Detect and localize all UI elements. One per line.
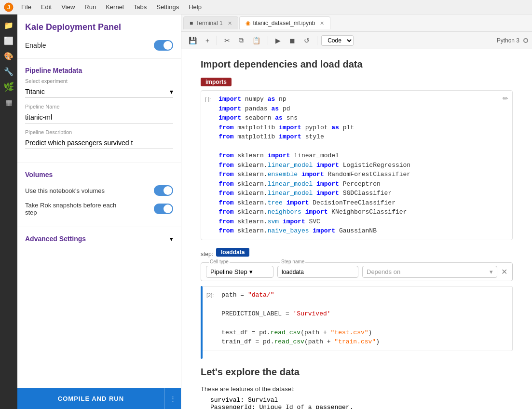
feature-survival: survival: Survival	[210, 396, 513, 404]
sidebar-icon-layers[interactable]: ▦	[2, 95, 15, 109]
rok-snapshots-row: Take Rok snapshots before each step	[25, 199, 173, 219]
imports-code-content: import numpy as np import pandas as pd i…	[213, 91, 499, 240]
pipeline-desc-label: Pipeline Description	[25, 129, 173, 135]
compile-more-button[interactable]: ⋮	[164, 388, 181, 409]
depends-on-select[interactable]: Depends on ▾	[362, 266, 497, 278]
cell-type-select-control[interactable]: Pipeline Step ▾	[206, 266, 273, 278]
kernel-info: Python 3	[497, 37, 519, 44]
toolbar-separator-1	[217, 36, 217, 45]
kale-panel-title: Kale Deployment Panel	[17, 14, 181, 36]
advanced-settings-title: Advanced Settings	[25, 235, 86, 243]
use-volumes-toggle[interactable]	[154, 185, 173, 196]
advanced-settings-section: Advanced Settings ▾	[17, 231, 181, 246]
menu-help[interactable]: Help	[185, 2, 205, 12]
pipeline-name-input[interactable]	[25, 111, 173, 123]
cell-type-chevron-icon: ▾	[249, 268, 253, 275]
sidebar-icon-folder[interactable]: 📁	[2, 18, 15, 32]
sidebar-icon-square[interactable]: ⬜	[2, 34, 15, 47]
imports-code-cell: [ ]: import numpy as np import pandas as…	[201, 90, 513, 240]
toolbar-separator-3	[317, 36, 317, 45]
menu-run[interactable]: Run	[81, 2, 100, 12]
select-experiment-label: Select experiment	[25, 78, 173, 84]
menu-file[interactable]: File	[17, 2, 35, 12]
cell-controls-close-icon[interactable]: ✕	[501, 267, 507, 276]
snapshots-toggle[interactable]	[154, 204, 173, 214]
step-name-input[interactable]	[282, 269, 354, 275]
pipeline-name-label: Pipeline Name	[25, 104, 173, 109]
compile-bar: COMPILE AND RUN ⋮	[17, 388, 181, 409]
notebook-content: Import dependencies and load data import…	[181, 49, 532, 409]
step-tag-badge: loaddata	[216, 248, 249, 257]
depends-on-chevron-icon: ▾	[490, 268, 493, 275]
cell1-edit-icon[interactable]: ✏	[499, 91, 512, 240]
pipeline-metadata-title: Pipeline Metadata	[25, 67, 173, 74]
save-button[interactable]: 💾	[185, 35, 200, 46]
kernel-status-indicator	[523, 38, 528, 43]
snapshots-thumb	[164, 204, 172, 213]
advanced-chevron-icon: ▾	[170, 235, 173, 243]
cell1-number: [ ]:	[201, 91, 213, 106]
menubar: J File Edit View Run Kernel Tabs Setting…	[0, 0, 532, 14]
add-cell-button[interactable]: +	[202, 35, 213, 46]
step-name-input-wrapper	[277, 266, 358, 278]
toggle-thumb	[164, 41, 172, 50]
stop-button[interactable]: ◼	[286, 35, 299, 46]
step-label: step:	[201, 251, 213, 258]
section-heading-imports: Import dependencies and load data	[201, 59, 513, 70]
kale-panel: Kale Deployment Panel Enable Pipeline Me…	[17, 14, 181, 409]
tab-terminal-close[interactable]: ✕	[228, 20, 232, 27]
sidebar-icon-wrench[interactable]: 🔧	[2, 65, 15, 78]
menu-settings[interactable]: Settings	[152, 2, 183, 12]
explore-heading: Let's explore the data	[201, 367, 513, 378]
menu-view[interactable]: View	[57, 2, 79, 12]
cell2-number: [2]:	[203, 286, 216, 302]
cell-type-value: Pipeline Step	[210, 268, 247, 275]
sidebar-icon-palette[interactable]: 🎨	[2, 49, 15, 63]
volumes-title: Volumes	[25, 171, 173, 178]
enable-row: Enable	[17, 36, 181, 55]
pipeline-desc-input[interactable]	[25, 137, 173, 149]
pipeline-metadata-section: Pipeline Metadata Select experiment Tita…	[17, 63, 181, 159]
notebook-area: ■ Terminal 1 ✕ ◉ titanic_dataset_ml.ipyn…	[181, 14, 532, 409]
cell-type-label: Cell type	[209, 259, 230, 264]
cell-type-group: Cell type Pipeline Step ▾	[206, 266, 273, 278]
cell-type-select[interactable]: Code	[321, 35, 354, 46]
use-notebook-volumes-label: Use this notebook's volumes	[25, 187, 105, 194]
depends-on-placeholder: Depends on	[367, 268, 490, 275]
tab-terminal-label: Terminal 1	[196, 20, 222, 27]
icon-sidebar: 📁 ⬜ 🎨 🔧 🌿 ▦	[0, 14, 17, 409]
use-volumes-thumb	[164, 186, 172, 195]
cut-button[interactable]: ✂	[221, 35, 233, 46]
svg-text:J: J	[7, 4, 10, 10]
copy-button[interactable]: ⧉	[235, 35, 247, 46]
rok-snapshots-label: Take Rok snapshots before each step	[25, 202, 122, 216]
notebook-icon: ◉	[246, 20, 250, 27]
volumes-section: Volumes Use this notebook's volumes Take…	[17, 167, 181, 223]
menu-kernel[interactable]: Kernel	[102, 2, 128, 12]
explore-text: These are features of the dataset:	[201, 385, 513, 393]
menu-edit[interactable]: Edit	[37, 2, 55, 12]
compile-run-button[interactable]: COMPILE AND RUN	[17, 388, 164, 409]
tab-terminal1[interactable]: ■ Terminal 1 ✕	[183, 16, 238, 29]
restart-button[interactable]: ↺	[300, 35, 313, 46]
cell2-code-content: path = "data/" PREDICTION_LABEL = 'Survi…	[216, 286, 512, 351]
tab-notebook-close[interactable]: ✕	[320, 20, 324, 27]
terminal-icon: ■	[190, 20, 193, 27]
dataset-features: survival: Survival PassengerId: Unique I…	[201, 396, 513, 409]
step-name-label: Step name	[280, 259, 305, 264]
menu-tabs[interactable]: Tabs	[130, 2, 150, 12]
paste-button[interactable]: 📋	[249, 35, 264, 46]
toolbar-separator-2	[268, 36, 268, 45]
app-logo: J	[4, 2, 14, 12]
imports-tag-badge: imports	[201, 78, 232, 86]
advanced-settings-header[interactable]: Advanced Settings ▾	[25, 235, 173, 243]
run-button[interactable]: ▶	[272, 35, 284, 46]
step-name-group: Step name	[277, 266, 358, 278]
tab-bar: ■ Terminal 1 ✕ ◉ titanic_dataset_ml.ipyn…	[181, 14, 532, 32]
enable-toggle[interactable]	[154, 40, 173, 51]
tab-notebook-label: titanic_dataset_ml.ipynb	[253, 20, 315, 27]
use-notebook-volumes-row: Use this notebook's volumes	[25, 182, 173, 199]
tab-notebook[interactable]: ◉ titanic_dataset_ml.ipynb ✕	[239, 16, 331, 29]
experiment-select[interactable]: Titanic ▾	[25, 86, 173, 98]
sidebar-icon-kale[interactable]: 🌿	[2, 80, 15, 94]
